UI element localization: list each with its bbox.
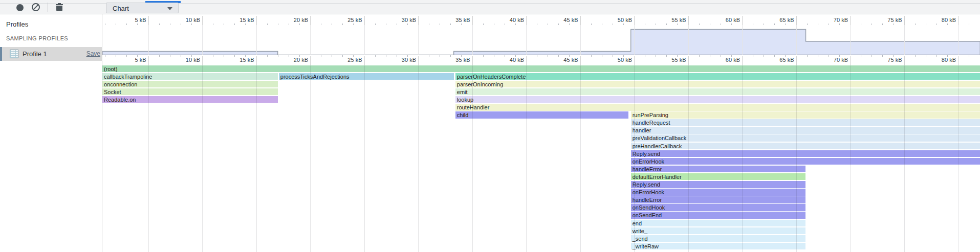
ruler-minor-tick [429, 24, 429, 25]
ruler-minor-tick [731, 55, 732, 57]
overview-area-path [102, 30, 980, 55]
ruler-minor-tick [807, 24, 808, 25]
flame-bar[interactable]: preHandlerCallback [631, 143, 980, 150]
flame-bar[interactable]: _writeRaw [631, 243, 806, 250]
ruler-minor-tick [839, 55, 840, 57]
flame-bar[interactable]: (root) [102, 65, 980, 73]
ruler-minor-tick [191, 55, 192, 57]
ruler-tick [364, 16, 365, 25]
ruler-minor-tick [947, 55, 948, 57]
ruler-minor-tick [558, 55, 559, 57]
ruler-minor-tick [321, 55, 321, 57]
record-button[interactable] [16, 4, 24, 11]
flame-bar[interactable]: handleError [631, 196, 806, 203]
flame-bar[interactable]: onErrorHook [631, 189, 806, 196]
ruler-minor-tick [861, 24, 861, 25]
ruler-minor-tick [105, 24, 105, 25]
ruler-minor-tick [721, 55, 721, 57]
ruler-tick [796, 16, 797, 25]
ruler-minor-tick [332, 55, 332, 57]
overview-gridline [364, 25, 365, 55]
ruler-tick-label: 30 kB [377, 17, 416, 23]
sidebar-title: Profiles [6, 20, 28, 28]
ruler-minor-tick [926, 55, 926, 57]
ruler-minor-tick [159, 24, 160, 25]
overview-gridline [148, 25, 149, 55]
ruler-tick-label: 55 kB [647, 17, 686, 23]
ruler-tick [904, 16, 905, 25]
flame-bar[interactable]: callbackTrampoline [102, 73, 278, 80]
ruler-tick [202, 16, 203, 25]
ruler-minor-tick [126, 55, 127, 57]
ruler-minor-tick [656, 55, 656, 57]
ruler-tick [256, 16, 257, 25]
save-profile-link[interactable]: Save [86, 50, 100, 57]
ruler-tick [148, 56, 149, 65]
ruler-minor-tick [353, 55, 354, 57]
memory-overview-timeline[interactable] [102, 25, 980, 55]
ruler-minor-tick [915, 24, 916, 25]
profiles-sidebar: Profiles SAMPLING PROFILES Profile 1 Sav… [0, 14, 102, 252]
ruler-minor-tick [494, 55, 494, 57]
flame-bar[interactable]: write_ [631, 227, 806, 235]
ruler-tick-label: 70 kB [809, 57, 848, 63]
profile-list-item[interactable]: Profile 1 Save [0, 47, 102, 61]
flame-bar[interactable]: onSendEnd [631, 212, 806, 219]
ruler-minor-tick [947, 24, 948, 25]
ruler-minor-tick [926, 24, 926, 25]
flame-bar[interactable]: runPreParsing [631, 111, 980, 119]
flame-bar[interactable]: handleRequest [631, 119, 980, 126]
flame-bar[interactable]: onSendHook [631, 204, 806, 211]
flame-gridline [364, 65, 365, 252]
flame-gridline [742, 65, 743, 252]
flame-bar[interactable]: processTicksAndRejections [279, 73, 454, 80]
ruler-tick [310, 56, 311, 65]
ruler-minor-tick [645, 24, 645, 25]
ruler-minor-tick [386, 55, 386, 57]
ruler-minor-tick [602, 24, 602, 25]
flame-bar[interactable]: end [631, 220, 806, 227]
profile-name: Profile 1 [23, 50, 47, 58]
flame-bar[interactable]: handler [631, 127, 980, 134]
flame-bar[interactable]: emit [455, 88, 980, 96]
ruler-tick-label: 50 kB [593, 57, 632, 63]
ruler-minor-tick [234, 24, 235, 25]
flame-bar[interactable]: Readable.on [102, 96, 278, 103]
flame-bar[interactable]: parserOnHeadersComplete [455, 73, 980, 80]
ruler-minor-tick [267, 55, 268, 57]
flame-bar[interactable]: child [455, 111, 629, 119]
flame-gridline [688, 65, 689, 252]
flame-bar[interactable]: routeHandler [455, 104, 980, 111]
flame-gridline [958, 65, 959, 252]
flame-bar[interactable]: parserOnIncoming [455, 81, 980, 88]
ruler-minor-tick [181, 55, 181, 57]
ruler-minor-tick [937, 24, 937, 25]
ruler-tick-label: 65 kB [755, 17, 794, 23]
flame-bar[interactable]: Reply.send [631, 181, 806, 188]
clear-profiles-button[interactable] [32, 3, 40, 11]
flame-bar[interactable]: Socket [102, 88, 278, 96]
flame-gridline [850, 65, 851, 252]
flame-bar[interactable]: defaultErrorHandler [631, 173, 806, 180]
ruler-minor-tick [278, 24, 278, 25]
flame-bar[interactable]: onconnection [102, 81, 278, 88]
flame-gridline [526, 65, 527, 252]
ruler-minor-tick [450, 24, 451, 25]
ruler-minor-tick [397, 24, 397, 25]
ruler-minor-tick [126, 24, 127, 25]
flame-bar[interactable]: Reply.send [631, 150, 980, 157]
ruler-minor-tick [666, 55, 667, 57]
flame-bar[interactable]: preValidationCallback [631, 134, 980, 142]
flame-bar[interactable]: _send [631, 235, 806, 242]
flame-bar[interactable]: handleError [631, 166, 806, 173]
ruler-tick [688, 16, 689, 25]
flame-bar[interactable]: onErrorHook [631, 158, 980, 165]
delete-profile-button[interactable] [56, 3, 63, 11]
ruler-tick [202, 56, 203, 65]
ruler-minor-tick [299, 55, 300, 57]
flame-bar[interactable]: lookup [455, 96, 980, 103]
ruler-minor-tick [483, 55, 484, 57]
ruler-minor-tick [677, 55, 678, 57]
view-mode-select[interactable]: Chart [106, 3, 179, 13]
profile-table-icon [10, 50, 18, 58]
